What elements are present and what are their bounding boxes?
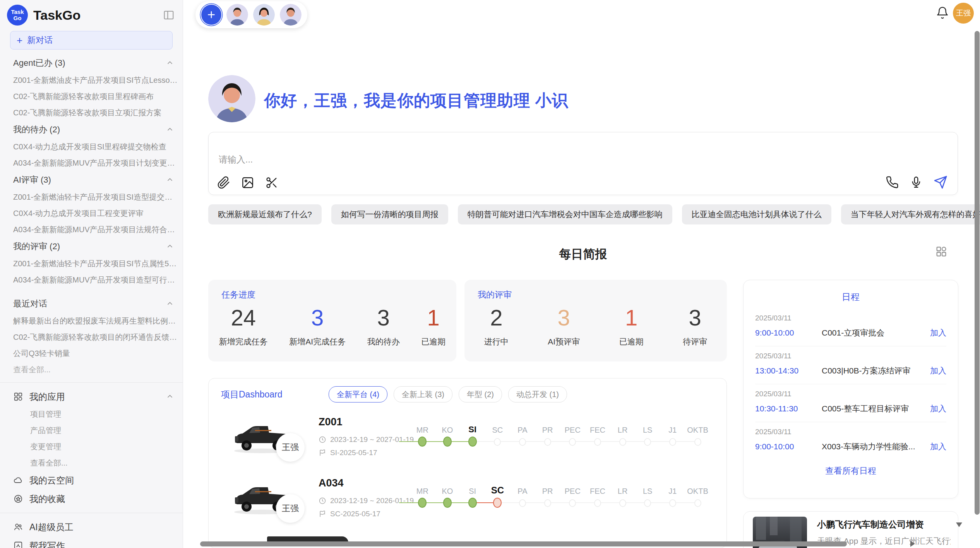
chevron-up-icon[interactable]	[166, 300, 174, 308]
new-chat-button[interactable]: + 新对话	[10, 31, 173, 50]
chat-input[interactable]	[218, 154, 684, 165]
milestone-dot	[569, 499, 576, 507]
suggestion-chip[interactable]: 如何写一份清晰的项目周报	[331, 204, 448, 224]
news-title: 小鹏飞行汽车制造公司增资	[817, 519, 924, 531]
schedule-time: 9:00-10:00	[755, 328, 822, 337]
recent-chat-item[interactable]: 解释最新出台的欧盟报废车法规再生塑料比例被调到15%...	[13, 313, 183, 329]
suggestion-chip[interactable]: 特朗普可能对进口汽车增税会对中国车企造成哪些影响	[458, 204, 672, 224]
paperclip-icon[interactable]	[217, 176, 230, 189]
recent-chat-item[interactable]: 公司Q3轻卡销量	[13, 345, 183, 361]
sidebar-item[interactable]: C0X4-动力总成开发项目SI里程碑提交物检查	[13, 139, 183, 155]
milestone-dot	[569, 438, 576, 446]
project-dashboard-card: 项目Dashboard 全新平台 (4) 全新上装 (3) 年型 (2) 动总开…	[208, 378, 727, 548]
schedule-event-title: C001-立项审批会	[822, 327, 930, 338]
mic-icon[interactable]	[910, 176, 923, 189]
project-row-z001[interactable]: 王强 Z001 2023-12-19 ~ 2027-01-19 SI-2025-…	[209, 415, 727, 476]
plus-icon: +	[17, 35, 22, 45]
suggestion-chip[interactable]: 当下年轻人对汽车外观有怎样的喜好趋势	[841, 204, 980, 224]
sidebar-header: Task Go TaskGo	[0, 0, 183, 29]
sidebar-item[interactable]: A034-全新新能源MUV产品开发项目法规符合性评审	[13, 221, 183, 238]
join-link[interactable]: 加入	[930, 327, 946, 338]
sidebar-item[interactable]: C0X4-动力总成开发项目工程变更评审	[13, 205, 183, 221]
app-link-project-mgmt[interactable]: 项目管理	[0, 406, 183, 422]
tab-new-platform[interactable]: 全新平台 (4)	[329, 386, 387, 402]
suggestion-chip[interactable]: 欧洲新规最近颁布了什么?	[208, 204, 322, 224]
scroll-down-arrow-icon[interactable]	[956, 522, 962, 527]
sidebar-item[interactable]: C02-飞腾新能源轻客改款项目里程碑画布	[13, 88, 183, 104]
section-header[interactable]: AI评审 (3)	[13, 171, 183, 189]
chevron-up-icon[interactable]	[166, 59, 174, 67]
milestone-dot	[594, 438, 601, 446]
add-agent-button[interactable]	[201, 5, 221, 25]
section-header[interactable]: 最近对话	[13, 295, 183, 313]
agent-avatar-2[interactable]	[253, 4, 275, 26]
sidebar-item-favorites[interactable]: 我的收藏	[0, 490, 183, 508]
sidebar-item-cloud-space[interactable]: 我的云空间	[0, 471, 183, 490]
sidebar-item[interactable]: Z001-全新燃油轻卡产品开发项目SI节点属性5D文件评审	[13, 255, 183, 272]
apps-view-all-link[interactable]: 查看全部...	[0, 455, 183, 471]
vertical-scrollbar[interactable]	[975, 31, 980, 515]
section-header[interactable]: 我的待办 (2)	[13, 121, 183, 139]
recent-view-all-link[interactable]: 查看全部...	[13, 361, 183, 378]
milestone-dot-overdue	[493, 498, 502, 508]
sidebar-item-help-me-write[interactable]: 帮我写作	[0, 536, 183, 548]
agent-avatar-1[interactable]	[226, 4, 248, 26]
sidebar-item-my-apps[interactable]: 我的应用	[0, 387, 183, 406]
horizontal-scrollbar[interactable]	[200, 541, 847, 546]
tab-powertrain[interactable]: 动总开发 (1)	[508, 386, 567, 402]
join-link[interactable]: 加入	[930, 403, 946, 414]
clock-icon	[319, 497, 326, 505]
sidebar-item[interactable]: Z001-全新燃油轻卡产品开发项目SI造型提交物评审	[13, 189, 183, 205]
section-title: 我的评审 (2)	[13, 241, 60, 252]
cloud-space-label: 我的云空间	[29, 474, 74, 486]
write-icon	[13, 541, 23, 548]
chevron-up-icon[interactable]	[166, 176, 174, 184]
notifications-bell-icon[interactable]	[936, 6, 949, 19]
milestone-dot-current	[468, 437, 477, 447]
milestone-dot	[594, 499, 601, 507]
chevron-up-icon[interactable]	[166, 125, 174, 134]
milestone-dot	[669, 499, 676, 507]
sidebar-item[interactable]: A034-全新新能源MUV产品开发项目造型可行性评审	[13, 272, 183, 288]
layout-grid-icon[interactable]	[935, 245, 947, 258]
stat-ai-prereview: 3 AI预评审	[548, 305, 580, 347]
tab-year-model[interactable]: 年型 (2)	[459, 386, 502, 402]
task-progress-card: 任务进度 24 新增完成任务 3 新增AI完成任务 3 我的待办 1 已逾期	[208, 280, 456, 361]
stat-my-todo: 3 我的待办	[367, 305, 400, 347]
phone-icon[interactable]	[886, 176, 899, 189]
suggestion-chip[interactable]: 比亚迪全固态电池计划具体说了什么	[682, 204, 831, 224]
recent-chat-item[interactable]: C02-飞腾新能源轻客改款项目的闭环通告反馈情况	[13, 329, 183, 345]
user-avatar[interactable]: 王强	[953, 3, 974, 24]
agent-avatar-3[interactable]	[280, 4, 302, 26]
composer-attachments	[217, 176, 278, 189]
chevron-up-icon[interactable]	[166, 242, 174, 251]
sidebar-item[interactable]: C02-飞腾新能源轻客改款项目立项汇报方案	[13, 104, 183, 121]
section-header[interactable]: 我的评审 (2)	[13, 238, 183, 255]
join-link[interactable]: 加入	[930, 441, 946, 452]
sidebar-item[interactable]: Z001-全新燃油皮卡产品开发项目SI节点Lesson Learn报告	[13, 72, 183, 88]
schedule-item: 2025/03/11 10:30-11:30 C005-整车工程目标评审 加入	[755, 384, 946, 422]
schedule-title: 日程	[744, 291, 958, 303]
project-row-a034[interactable]: 王强 A034 2023-12-19 ~ 2026-01-19 SC-2025-…	[209, 476, 727, 538]
sidebar-item-ai-super-staff[interactable]: AI超级员工	[0, 518, 183, 536]
sidebar-item[interactable]: A034-全新新能源MUV产品开发项目计划变更表编写	[13, 155, 183, 171]
schedule-card: 日程 2025/03/11 9:00-10:00 C001-立项审批会 加入 2…	[743, 280, 958, 498]
join-link[interactable]: 加入	[930, 365, 946, 376]
clock-icon	[319, 436, 326, 444]
image-icon[interactable]	[241, 176, 254, 189]
scissors-icon[interactable]	[265, 176, 278, 189]
app-link-product-mgmt[interactable]: 产品管理	[0, 422, 183, 438]
schedule-date: 2025/03/11	[755, 352, 946, 360]
sidebar-collapse-icon[interactable]	[163, 9, 175, 21]
app-link-change-mgmt[interactable]: 变更管理	[0, 438, 183, 455]
stat-new-completed: 24 新增完成任务	[219, 305, 268, 347]
milestone-dot	[644, 499, 651, 507]
schedule-event-title: C005-整车工程目标评审	[822, 403, 930, 414]
section-header[interactable]: Agent已办 (3)	[13, 54, 183, 72]
view-all-schedule-link[interactable]: 查看所有日程	[744, 465, 958, 477]
chevron-up-icon[interactable]	[166, 392, 174, 401]
send-icon[interactable]	[934, 175, 947, 189]
scroll-right-arrow-icon[interactable]	[910, 541, 915, 547]
tab-new-body[interactable]: 全新上装 (3)	[394, 386, 452, 402]
people-icon	[13, 522, 23, 532]
